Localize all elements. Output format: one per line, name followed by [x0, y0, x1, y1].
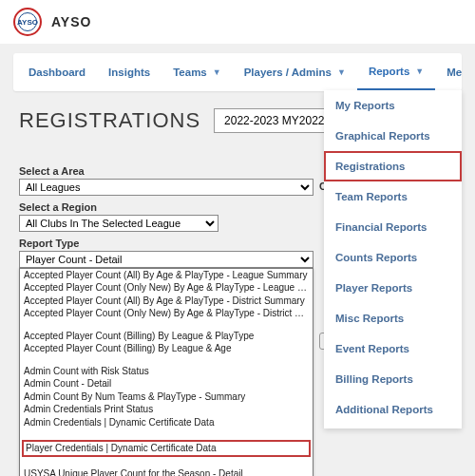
reports-menu-item[interactable]: Team Reports [324, 181, 462, 212]
report-option[interactable]: Accepted Player Count (Billing) By Leagu… [20, 330, 313, 343]
reports-menu-item[interactable]: Additional Reports [324, 394, 462, 425]
reports-menu-item[interactable]: Financial Reports [324, 212, 462, 242]
reports-dropdown: My ReportsGraphical ReportsRegistrations… [324, 90, 462, 428]
report-option[interactable]: Admin Count - Detail [20, 378, 313, 391]
reports-menu-item[interactable]: Billing Reports [324, 364, 462, 394]
nav-insights[interactable]: Insights [97, 53, 162, 91]
report-option[interactable]: Accepted Player Count (Only New) By Age … [20, 282, 313, 295]
main-navbar: Dashboard Insights Teams▼ Players / Admi… [13, 53, 462, 91]
ayso-logo: AYSO [13, 8, 42, 36]
report-type-select[interactable]: Player Count - Detail [19, 251, 314, 268]
nav-messaging[interactable]: Messagin [435, 53, 462, 91]
area-select[interactable]: All Leagues [19, 179, 314, 196]
report-option[interactable]: Accepted Player Count (Billing) By Leagu… [20, 343, 313, 356]
reports-menu-item[interactable]: My Reports [324, 90, 462, 121]
reports-menu-item[interactable]: Player Reports [324, 273, 462, 303]
chevron-down-icon: ▼ [213, 67, 221, 77]
page-title: REGISTRATIONS [19, 108, 200, 133]
report-option[interactable]: Admin Credentials Print Status [20, 404, 313, 417]
report-option[interactable]: USYSA Unique Player Count for the Season… [20, 467, 313, 476]
report-option[interactable]: Accepted Player Count (Only New) By Age … [20, 308, 313, 321]
brand-name: AYSO [51, 14, 91, 29]
reports-menu-item[interactable]: Event Reports [324, 333, 462, 364]
report-option[interactable]: Accepted Player Count (All) By Age & Pla… [20, 295, 313, 308]
report-option-highlighted[interactable]: Player Credentials | Dynamic Certificate… [22, 440, 311, 458]
report-option[interactable]: Admin Count By Num Teams & PlayType - Su… [20, 390, 313, 404]
nav-teams[interactable]: Teams▼ [162, 53, 233, 91]
nav-reports[interactable]: Reports▼ [357, 53, 435, 91]
chevron-down-icon: ▼ [415, 67, 424, 76]
nav-players-admins[interactable]: Players / Admins▼ [233, 53, 357, 91]
report-option[interactable]: Admin Count with Risk Status [20, 365, 313, 378]
logo-text: AYSO [17, 18, 38, 27]
app-header: AYSO AYSO [0, 0, 475, 44]
chevron-down-icon: ▼ [337, 67, 346, 77]
report-type-listbox[interactable]: Accepted Player Count (All) By Age & Pla… [19, 268, 314, 476]
reports-menu-item[interactable]: Counts Reports [324, 242, 462, 273]
nav-dashboard[interactable]: Dashboard [17, 53, 97, 91]
reports-menu-item[interactable]: Misc Reports [324, 303, 462, 333]
reports-menu-item[interactable]: Graphical Reports [324, 121, 462, 151]
report-option[interactable]: Admin Credentials | Dynamic Certificate … [20, 416, 313, 429]
region-select[interactable]: All Clubs In The Selected League [19, 215, 218, 232]
report-option[interactable]: Accepted Player Count (All) By Age & Pla… [20, 269, 313, 282]
reports-menu-item[interactable]: Registrations [324, 151, 462, 181]
